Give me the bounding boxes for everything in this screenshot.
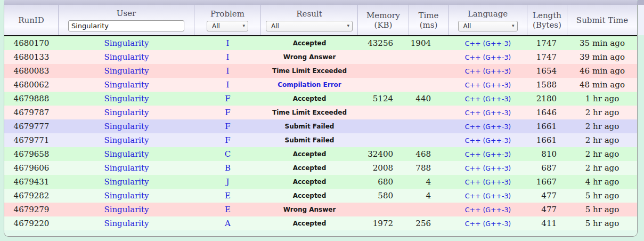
user-link[interactable]: Singularity xyxy=(59,177,194,187)
table-row: 4679282SingularityEAccepted5804C++ (G++-… xyxy=(4,189,637,203)
problem-link[interactable]: E xyxy=(194,205,261,214)
length-cell: 477 xyxy=(527,191,567,200)
table-row: 4679787SingularityFTime Limit ExceededC+… xyxy=(4,106,637,119)
memory-cell: 5124 xyxy=(358,94,409,103)
user-header-label: User xyxy=(117,9,136,18)
column-header-length: Length (Bytes) xyxy=(527,5,567,35)
user-link[interactable]: Singularity xyxy=(59,219,194,228)
language-link[interactable]: C++ (G++-3) xyxy=(449,123,527,131)
time-cell: 440 xyxy=(409,94,449,103)
result-text: Submit Failed xyxy=(261,123,358,130)
language-link[interactable]: C++ (G++-3) xyxy=(449,192,527,200)
user-link[interactable]: Singularity xyxy=(59,163,194,173)
table-row: 4680133SingularityIWrong AnswerC++ (G++-… xyxy=(4,50,637,64)
window-top-strip xyxy=(4,0,638,5)
column-header-result: Result All ▾ xyxy=(261,5,358,35)
language-link[interactable]: C++ (G++-3) xyxy=(449,53,527,61)
table-row: 4679606SingularityBAccepted2008788C++ (G… xyxy=(4,161,637,175)
table-row: 4679777SingularityFSubmit FailedC++ (G++… xyxy=(4,119,637,133)
language-link[interactable]: C++ (G++-3) xyxy=(449,164,527,172)
problem-link[interactable]: F xyxy=(194,94,261,103)
result-text: Accepted xyxy=(261,178,358,186)
problem-filter-select[interactable]: All ▾ xyxy=(207,21,248,31)
user-link[interactable]: Singularity xyxy=(59,94,194,103)
submit-time-cell: 4 hr ago xyxy=(567,177,637,187)
language-link[interactable]: C++ (G++-3) xyxy=(449,95,527,103)
result-filter-select[interactable]: All ▾ xyxy=(266,21,353,31)
language-header-label: Language xyxy=(468,9,508,19)
problem-link[interactable]: F xyxy=(194,122,261,131)
user-link[interactable]: Singularity xyxy=(59,149,194,159)
user-link[interactable]: Singularity xyxy=(59,52,194,62)
user-link[interactable]: Singularity xyxy=(59,38,194,48)
panel-footer-strip xyxy=(4,230,637,236)
user-link[interactable]: Singularity xyxy=(59,80,194,90)
runid-cell: 4680083 xyxy=(4,66,59,76)
user-link[interactable]: Singularity xyxy=(59,135,194,145)
submit-time-cell: 5 hr ago xyxy=(567,191,637,200)
problem-link[interactable]: I xyxy=(194,38,261,48)
time-cell: 468 xyxy=(409,149,449,159)
problem-link[interactable]: B xyxy=(194,163,261,173)
submission-rows: 4680170SingularityIAccepted432561904C++ … xyxy=(4,36,637,230)
result-link[interactable]: Compilation Error xyxy=(261,81,358,89)
submit-time-cell: 5 hr ago xyxy=(567,205,637,214)
runid-cell: 4679220 xyxy=(4,219,59,228)
user-filter-input[interactable] xyxy=(68,20,184,31)
language-link[interactable]: C++ (G++-3) xyxy=(449,150,527,158)
result-text: Wrong Answer xyxy=(261,53,358,61)
time-header-label-line1: Time xyxy=(419,11,439,20)
chevron-down-icon: ▾ xyxy=(512,20,515,30)
time-cell: 4 xyxy=(409,191,449,200)
memory-header-label-line2: (KB) xyxy=(374,20,393,30)
problem-link[interactable]: F xyxy=(194,108,261,117)
memory-cell: 680 xyxy=(358,177,409,187)
submit-time-header-label: Submit Time xyxy=(576,15,628,25)
language-link[interactable]: C++ (G++-3) xyxy=(449,81,527,89)
user-link[interactable]: Singularity xyxy=(59,122,194,131)
user-link[interactable]: Singularity xyxy=(59,205,194,214)
user-link[interactable]: Singularity xyxy=(59,108,194,117)
user-link[interactable]: Singularity xyxy=(59,66,194,76)
language-filter-select[interactable]: All ▾ xyxy=(458,21,518,31)
problem-link[interactable]: I xyxy=(194,66,261,76)
runid-cell: 4679658 xyxy=(4,149,59,159)
result-header-label: Result xyxy=(296,9,322,19)
runid-cell: 4679787 xyxy=(4,108,59,117)
problem-link[interactable]: A xyxy=(194,219,261,228)
runid-cell: 4680170 xyxy=(4,38,59,48)
runid-cell: 4679431 xyxy=(4,177,59,187)
language-link[interactable]: C++ (G++-3) xyxy=(449,39,527,47)
problem-link[interactable]: I xyxy=(194,80,261,90)
result-text: Wrong Answer xyxy=(261,206,358,213)
language-link[interactable]: C++ (G++-3) xyxy=(449,109,527,117)
submit-time-cell: 2 hr ago xyxy=(567,149,637,159)
result-text: Time Limit Exceeded xyxy=(261,67,358,75)
language-link[interactable]: C++ (G++-3) xyxy=(449,136,527,144)
submit-time-cell: 46 min ago xyxy=(567,66,637,76)
problem-link[interactable]: F xyxy=(194,135,261,145)
table-row: 4680062SingularityICompilation ErrorC++ … xyxy=(4,78,637,92)
column-header-problem: Problem All ▾ xyxy=(194,5,261,35)
length-cell: 477 xyxy=(527,205,567,214)
submit-time-cell: 35 min ago xyxy=(567,38,637,48)
length-header-label-line1: Length xyxy=(533,11,561,20)
result-text: Accepted xyxy=(261,150,358,158)
language-link[interactable]: C++ (G++-3) xyxy=(449,206,527,214)
length-cell: 411 xyxy=(527,219,567,228)
problem-link[interactable]: J xyxy=(194,177,261,187)
length-cell: 1661 xyxy=(527,122,567,131)
problem-link[interactable]: C xyxy=(194,149,261,159)
language-link[interactable]: C++ (G++-3) xyxy=(449,220,527,228)
runid-cell: 4680133 xyxy=(4,52,59,62)
problem-header-label: Problem xyxy=(210,9,244,19)
problem-link[interactable]: I xyxy=(194,52,261,62)
user-link[interactable]: Singularity xyxy=(59,191,194,200)
problem-link[interactable]: E xyxy=(194,191,261,200)
column-header-language: Language All ▾ xyxy=(449,5,527,35)
length-cell: 1588 xyxy=(527,80,567,90)
runid-header-label: RunID xyxy=(18,15,44,25)
time-cell: 788 xyxy=(409,163,449,173)
language-link[interactable]: C++ (G++-3) xyxy=(449,178,527,186)
language-link[interactable]: C++ (G++-3) xyxy=(449,67,527,75)
